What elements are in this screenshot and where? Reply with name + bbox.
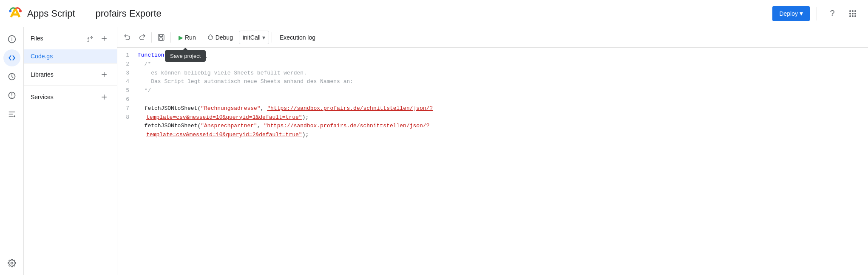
file-name: Code.gs xyxy=(31,53,53,60)
code-line-7b: template=csv&messeid=10&queryid=1&defaul… xyxy=(146,113,868,122)
services-header: Services xyxy=(24,86,117,108)
toolbar-divider-2 xyxy=(170,32,171,43)
plus-service-icon xyxy=(100,93,108,101)
libraries-label: Libraries xyxy=(31,71,54,78)
grid-icon xyxy=(848,9,857,18)
redo-button[interactable] xyxy=(135,31,149,44)
svg-point-6 xyxy=(849,13,851,14)
clock-icon xyxy=(8,72,16,81)
run-play-icon: ▶ xyxy=(179,34,183,41)
save-icon xyxy=(157,34,165,41)
info-icon: i xyxy=(8,35,16,43)
topbar-right: Deploy ▾ ? xyxy=(772,5,861,22)
code-line-1: function initCall() { xyxy=(138,51,868,60)
code-line-6 xyxy=(138,95,868,104)
svg-point-7 xyxy=(852,13,854,14)
sidebar-settings-button[interactable] xyxy=(3,255,20,272)
line-num-8: 8 xyxy=(117,113,129,122)
plus-library-icon xyxy=(100,71,108,78)
add-service-button[interactable] xyxy=(98,91,110,103)
settings-icon xyxy=(8,259,16,267)
svg-point-8 xyxy=(854,13,856,14)
function-selector[interactable]: initCall ▾ xyxy=(239,31,269,44)
code-editor[interactable]: 1 2 3 4 5 6 7 8 function initCall() { /*… xyxy=(117,48,868,275)
svg-point-2 xyxy=(19,10,22,12)
line-num-7: 7 xyxy=(117,104,129,113)
deploy-label: Deploy xyxy=(779,10,798,17)
svg-point-10 xyxy=(852,15,854,17)
sort-az-icon: A Z xyxy=(87,34,94,42)
code-line-7: fetchJSONtoSheet("Rechnungsadresse", "ht… xyxy=(138,104,868,113)
function-selector-chevron-icon: ▾ xyxy=(262,34,265,41)
line-num-5: 5 xyxy=(117,86,129,95)
apps-grid-button[interactable] xyxy=(844,5,861,22)
services-section: Services xyxy=(24,86,117,108)
help-button[interactable]: ? xyxy=(824,5,841,22)
code-line-2: /* xyxy=(138,60,868,69)
execution-log-button[interactable]: Execution log xyxy=(275,31,321,44)
svg-text:Z: Z xyxy=(88,39,89,42)
code-line-5: */ xyxy=(138,86,868,95)
topbar: Apps Script profairs Exporte Deploy ▾ ? xyxy=(0,0,868,27)
code-line-3: es können beliebig viele Sheets befüllt … xyxy=(138,69,868,78)
files-panel: Files A Z Code.gs xyxy=(24,27,117,275)
svg-point-9 xyxy=(849,15,851,17)
libraries-header: Libraries xyxy=(24,63,117,86)
run-button[interactable]: ▶ Run xyxy=(173,31,201,44)
tooltip-wrapper: Save project xyxy=(165,50,206,62)
sidebar-editor-button[interactable] xyxy=(3,49,20,66)
sidebar-runlist-button[interactable] xyxy=(3,106,20,123)
files-header-actions: A Z xyxy=(85,32,110,44)
project-name: profairs Exporte xyxy=(96,8,162,19)
runlist-icon xyxy=(8,110,16,118)
save-tooltip: Save project xyxy=(165,50,206,62)
deploy-chevron-icon: ▾ xyxy=(800,9,803,17)
sidebar-icons: i xyxy=(0,27,24,275)
code-line-8: fetchJSONtoSheet("Ansprechpartner", "htt… xyxy=(138,122,868,131)
editor-toolbar: ▶ Run Debug initCall ▾ Execution log xyxy=(117,27,868,48)
debug-icon xyxy=(207,34,214,41)
svg-point-5 xyxy=(854,10,856,12)
line-numbers: 1 2 3 4 5 6 7 8 xyxy=(117,48,134,275)
deploy-button[interactable]: Deploy ▾ xyxy=(772,6,810,21)
svg-rect-21 xyxy=(160,37,162,40)
undo-button[interactable] xyxy=(121,31,134,44)
sort-files-button[interactable]: A Z xyxy=(85,32,96,44)
code-content[interactable]: function initCall() { /* es können belie… xyxy=(134,48,868,275)
code-icon xyxy=(8,54,16,62)
svg-point-17 xyxy=(11,262,13,264)
files-header: Files A Z xyxy=(24,27,117,49)
services-label: Services xyxy=(31,94,54,100)
line-num-6: 6 xyxy=(117,95,129,104)
line-num-1: 1 xyxy=(117,51,129,60)
file-item-code-gs[interactable]: Code.gs xyxy=(24,49,117,63)
app-logo: Apps Script xyxy=(7,5,85,22)
toolbar-divider-1 xyxy=(151,32,152,43)
editor-area: ▶ Run Debug initCall ▾ Execution log Sav… xyxy=(117,27,868,275)
libraries-section: Libraries xyxy=(24,63,117,86)
tooltip-text: Save project xyxy=(170,53,201,59)
svg-point-11 xyxy=(854,15,856,17)
add-library-button[interactable] xyxy=(98,69,110,80)
svg-text:i: i xyxy=(11,36,12,42)
plus-icon xyxy=(100,34,108,42)
run-label: Run xyxy=(185,34,196,41)
main-layout: i xyxy=(0,27,868,275)
add-file-button[interactable] xyxy=(98,32,110,44)
files-label: Files xyxy=(31,35,43,42)
save-button[interactable] xyxy=(154,31,168,44)
code-line-4: Das Script legt automatisch neue Sheets … xyxy=(138,77,868,86)
debug-button[interactable]: Debug xyxy=(202,31,238,44)
toolbar-divider-3 xyxy=(272,32,272,43)
execution-log-label: Execution log xyxy=(280,34,315,41)
redo-icon xyxy=(138,34,146,41)
sidebar-executions-button[interactable] xyxy=(3,87,20,104)
debug-label: Debug xyxy=(216,34,233,41)
topbar-divider xyxy=(817,7,817,20)
sidebar-info-button[interactable]: i xyxy=(3,31,20,48)
sidebar-triggers-button[interactable] xyxy=(3,68,20,85)
line-num-4: 4 xyxy=(117,77,129,86)
executions-icon xyxy=(8,91,16,100)
line-num-3: 3 xyxy=(117,69,129,78)
function-name: initCall xyxy=(243,34,261,41)
